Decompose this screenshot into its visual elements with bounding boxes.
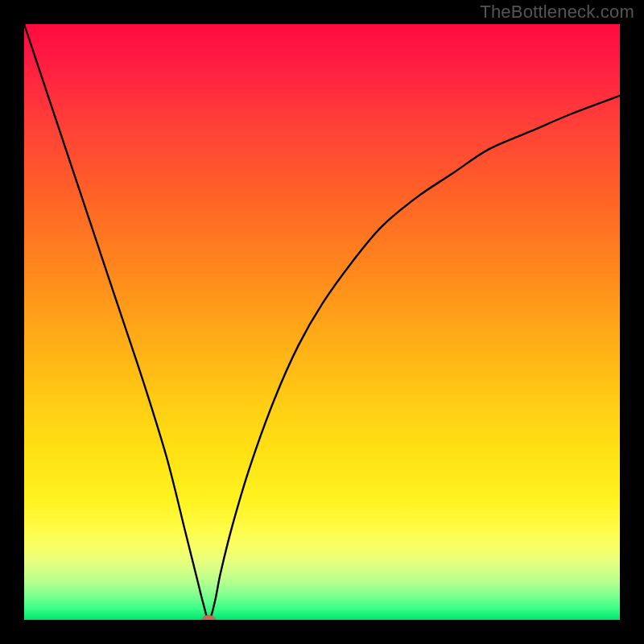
minimum-marker [201,615,216,620]
watermark-text: TheBottleneck.com [480,2,634,23]
bottleneck-curve [24,24,620,620]
chart-stage: TheBottleneck.com [0,0,644,644]
plot-area [24,24,620,620]
curve-layer [24,24,620,620]
